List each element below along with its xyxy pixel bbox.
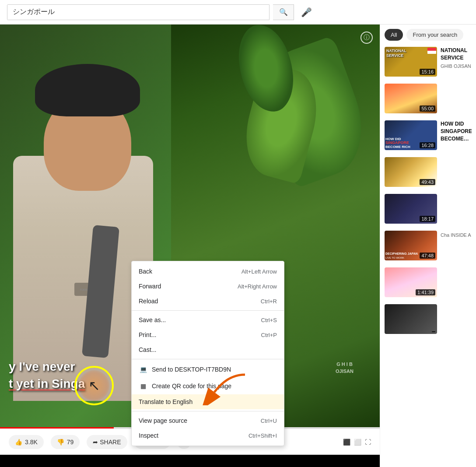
ctx-view-source-shortcut: Ctrl+U: [261, 418, 277, 424]
ctx-separator-2: [132, 359, 284, 359]
thumbnail-info: [441, 84, 472, 113]
ctx-send-desktop-icon: 💻: [139, 365, 147, 374]
mic-icon: 🎤: [301, 7, 312, 17]
subtitle-line-2: t yet in Singa: [9, 375, 85, 392]
arrow-annotation: [201, 370, 254, 407]
mic-button[interactable]: 🎤: [301, 7, 312, 18]
thumbnail-duration: [432, 331, 435, 332]
ctx-save-as-label: Save as...: [139, 316, 166, 323]
video-watermark: G H I B OJISAN: [336, 361, 354, 375]
ctx-forward-label: Forward: [139, 283, 161, 290]
thumbnail-ns-text: NATIONALSERVICE: [386, 49, 406, 58]
filter-chips: All From your search: [380, 25, 476, 43]
context-menu-item-print[interactable]: Print... Ctrl+P: [132, 327, 284, 342]
search-input[interactable]: [7, 5, 269, 20]
thumbnail-duration: 15:16: [420, 69, 435, 75]
like-icon: 👍: [15, 439, 22, 446]
list-item[interactable]: HOW DID SINGAPORE BECOME RICH 16:28 HOW …: [380, 117, 476, 154]
context-menu-item-inspect[interactable]: Inspect Ctrl+Shift+I: [132, 428, 284, 443]
thumbnail-list: NATIONALSERVICE 15:16 NATIONAL SERVICE G…: [380, 43, 476, 337]
ctx-qr-icon: ▦: [139, 382, 147, 390]
ctx-separator-1: [132, 310, 284, 311]
thumbnail-info: [441, 194, 472, 224]
video-info-icon[interactable]: ⓘ: [360, 32, 373, 44]
search-button[interactable]: 🔍: [273, 4, 294, 20]
thumbnail-duration: 18:17: [420, 216, 435, 222]
context-menu-item-back[interactable]: Back Alt+Left Arrow: [132, 264, 284, 279]
ctx-reload-label: Reload: [139, 298, 158, 305]
ctx-inspect-shortcut: Ctrl+Shift+I: [248, 432, 277, 439]
list-item[interactable]: 49:43: [380, 154, 476, 190]
thumbnail-info: HOW DID SINGAPORE BECOME RICH: [441, 120, 472, 150]
ctx-translate-label: Translate to English: [139, 398, 192, 405]
list-item[interactable]: 18:17: [380, 190, 476, 227]
thumbnail-ns-flag: [427, 48, 436, 54]
ctx-print-label: Print...: [139, 331, 156, 338]
thumbnail-image: 18:17: [385, 194, 437, 224]
context-menu-item-reload[interactable]: Reload Ctrl+R: [132, 294, 284, 309]
ctx-back-label: Back: [139, 268, 152, 275]
share-button[interactable]: ➦ SHARE: [87, 435, 127, 449]
thumbnail-channel: GHIB OJISAN: [441, 63, 472, 69]
video-area: Kalenji ⓘ G H I B OJISAN y I've never: [0, 25, 380, 467]
dislike-icon: 👎: [57, 439, 64, 446]
thumbnail-duration: 55:00: [420, 105, 435, 112]
fullscreen-icon[interactable]: ⛶: [365, 439, 371, 446]
chip-all[interactable]: All: [385, 29, 403, 41]
search-input-wrap: [7, 4, 270, 20]
playback-icons: ⬛ ⬜ ⛶: [343, 439, 371, 446]
thumbnail-channel: Cha INSIDE A: [441, 232, 472, 238]
ctx-save-as-shortcut: Ctrl+S: [261, 317, 277, 323]
context-menu-item-save-as[interactable]: Save as... Ctrl+S: [132, 313, 284, 327]
subtitle-line-1: y I've never: [9, 358, 85, 375]
thumbnail-title: NATIONAL SERVICE: [441, 47, 472, 62]
thumbnail-image: [385, 304, 437, 334]
thumbnail-info: [441, 267, 472, 297]
ctx-separator-3: [132, 411, 284, 411]
search-icon: 🔍: [279, 8, 288, 16]
thumbnail-duration: 49:43: [420, 179, 435, 185]
ctx-forward-shortcut: Alt+Right Arrow: [238, 283, 277, 290]
miniplayer-icon[interactable]: ⬜: [354, 439, 361, 446]
search-bar: 🔍 🎤: [0, 0, 476, 25]
ctx-reload-shortcut: Ctrl+R: [261, 298, 277, 305]
thumbnail-image: DECIPHERING JAPAN LIVE TO WORK 47:48: [385, 231, 437, 260]
video-subtitle: y I've never t yet in Singa: [9, 358, 85, 392]
main-layout: Kalenji ⓘ G H I B OJISAN y I've never: [0, 25, 476, 467]
chip-from-search[interactable]: From your search: [406, 29, 463, 41]
thumbnail-image: 1:41:39: [385, 267, 437, 297]
thumbnail-duration: 16:28: [420, 142, 435, 148]
thumbnail-image: HOW DID SINGAPORE BECOME RICH 16:28: [385, 120, 437, 150]
context-menu: Back Alt+Left Arrow Forward Alt+Right Ar…: [131, 261, 284, 446]
ctx-inspect-label: Inspect: [139, 432, 158, 439]
ctx-back-shortcut: Alt+Left Arrow: [242, 268, 277, 275]
like-count: 3.8K: [25, 439, 38, 446]
progress-fill: [0, 427, 114, 428]
list-item[interactable]: 55:00: [380, 80, 476, 117]
ctx-cast-label: Cast...: [139, 346, 156, 353]
list-item[interactable]: NATIONALSERVICE 15:16 NATIONAL SERVICE G…: [380, 43, 476, 80]
context-menu-item-forward[interactable]: Forward Alt+Right Arrow: [132, 279, 284, 294]
thumbnail-image: NATIONALSERVICE 15:16: [385, 47, 437, 77]
ctx-print-shortcut: Ctrl+P: [261, 332, 277, 338]
list-item[interactable]: 1:41:39: [380, 264, 476, 301]
list-item[interactable]: DECIPHERING JAPAN LIVE TO WORK 47:48 Cha…: [380, 227, 476, 264]
dislike-button[interactable]: 👎 79: [51, 435, 80, 449]
list-item[interactable]: [380, 301, 476, 337]
thumbnail-info: NATIONAL SERVICE GHIB OJISAN: [441, 47, 472, 77]
arrow-svg: [201, 370, 254, 405]
sidebar: All From your search NATIONALSERVICE 15:…: [380, 25, 476, 467]
person-cap: [35, 64, 140, 116]
cursor-annotation: ↖: [74, 366, 114, 405]
context-menu-item-cast[interactable]: Cast...: [132, 342, 284, 357]
thumbnail-image: 55:00: [385, 84, 437, 113]
context-menu-item-view-source[interactable]: View page source Ctrl+U: [132, 413, 284, 428]
thumbnail-info: [441, 304, 472, 334]
cursor-arrow-icon: ↖: [88, 377, 100, 394]
leaf-decoration-3: [236, 25, 296, 114]
thumbnail-title: HOW DID SINGAPORE BECOME RICH: [441, 120, 472, 142]
like-button[interactable]: 👍 3.8K: [9, 435, 44, 449]
thumbnail-info: [441, 157, 472, 187]
subtitles-icon[interactable]: ⬛: [343, 439, 350, 446]
ctx-view-source-label: View page source: [139, 417, 187, 424]
